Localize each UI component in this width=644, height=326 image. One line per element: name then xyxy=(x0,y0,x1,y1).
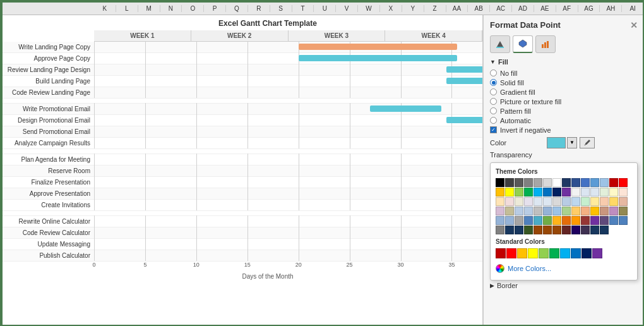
gantt-bar[interactable] xyxy=(299,55,457,61)
color-cell[interactable] xyxy=(552,207,561,215)
tab-shape[interactable] xyxy=(513,35,533,53)
automatic-fill-radio[interactable] xyxy=(490,117,497,124)
color-cell[interactable] xyxy=(543,197,552,206)
color-cell[interactable] xyxy=(534,178,542,187)
color-cell[interactable] xyxy=(581,226,590,234)
color-dropdown-arrow[interactable]: ▼ xyxy=(567,137,577,148)
color-cell[interactable] xyxy=(562,188,571,196)
color-cell[interactable] xyxy=(562,178,571,187)
color-cell[interactable] xyxy=(619,178,628,187)
pattern-fill-radio[interactable] xyxy=(490,107,497,114)
color-cell[interactable] xyxy=(505,197,514,206)
color-cell[interactable] xyxy=(524,188,533,196)
tab-fill[interactable] xyxy=(490,35,510,53)
invert-negative-checkbox[interactable] xyxy=(490,126,497,133)
color-eyedropper-btn[interactable] xyxy=(580,137,595,148)
solid-fill-option[interactable]: Solid fill xyxy=(490,79,638,87)
color-cell[interactable] xyxy=(571,207,580,215)
color-cell[interactable] xyxy=(619,197,628,206)
color-cell[interactable] xyxy=(505,216,514,225)
color-cell[interactable] xyxy=(543,178,552,187)
tab-chart[interactable] xyxy=(535,35,556,53)
color-cell[interactable] xyxy=(609,188,618,196)
color-cell[interactable] xyxy=(571,188,580,196)
color-cell[interactable] xyxy=(515,226,523,234)
color-cell[interactable] xyxy=(496,197,504,206)
color-cell[interactable] xyxy=(496,216,504,225)
color-cell[interactable] xyxy=(609,216,618,225)
gradient-fill-option[interactable]: Gradient fill xyxy=(490,88,638,96)
color-cell[interactable] xyxy=(571,226,580,234)
color-cell[interactable] xyxy=(496,178,504,187)
color-cell[interactable] xyxy=(600,216,609,225)
color-cell[interactable] xyxy=(581,188,590,196)
color-cell[interactable] xyxy=(600,188,609,196)
no-fill-option[interactable]: No fill xyxy=(490,69,638,77)
gantt-bar[interactable] xyxy=(482,218,483,224)
color-cell[interactable] xyxy=(552,178,561,187)
color-picker-button[interactable]: ▼ xyxy=(547,137,577,148)
standard-color-cell[interactable] xyxy=(592,248,602,258)
color-cell[interactable] xyxy=(534,226,542,234)
color-cell[interactable] xyxy=(496,207,504,215)
color-cell[interactable] xyxy=(534,197,542,206)
more-colors-button[interactable]: More Colors... xyxy=(496,262,632,275)
color-cell[interactable] xyxy=(515,178,523,187)
color-cell[interactable] xyxy=(543,226,552,234)
color-cell[interactable] xyxy=(543,188,552,196)
color-cell[interactable] xyxy=(609,197,618,206)
gantt-bar[interactable] xyxy=(446,66,483,73)
color-cell[interactable] xyxy=(600,178,609,187)
standard-color-cell[interactable] xyxy=(528,248,538,258)
color-cell[interactable] xyxy=(619,188,628,196)
color-cell[interactable] xyxy=(581,207,590,215)
color-cell[interactable] xyxy=(543,207,552,215)
gantt-bar[interactable] xyxy=(446,117,483,123)
color-cell[interactable] xyxy=(581,216,590,225)
color-cell[interactable] xyxy=(524,216,533,225)
color-cell[interactable] xyxy=(619,216,628,225)
color-cell[interactable] xyxy=(515,188,523,196)
color-cell[interactable] xyxy=(534,207,542,215)
color-cell[interactable] xyxy=(581,197,590,206)
standard-color-cell[interactable] xyxy=(539,248,549,258)
color-cell[interactable] xyxy=(609,207,618,215)
gantt-bar[interactable] xyxy=(446,78,483,84)
pattern-fill-option[interactable]: Pattern fill xyxy=(490,107,638,115)
standard-color-cell[interactable] xyxy=(581,248,592,258)
color-cell[interactable] xyxy=(524,178,533,187)
standard-color-cell[interactable] xyxy=(560,248,570,258)
color-cell[interactable] xyxy=(515,197,523,206)
color-cell[interactable] xyxy=(571,178,580,187)
color-cell[interactable] xyxy=(552,216,561,225)
color-cell[interactable] xyxy=(524,197,533,206)
gantt-bar[interactable] xyxy=(370,106,441,112)
color-cell[interactable] xyxy=(581,178,590,187)
color-cell[interactable] xyxy=(505,178,514,187)
color-cell[interactable] xyxy=(590,178,599,187)
color-cell[interactable] xyxy=(552,188,561,196)
color-cell[interactable] xyxy=(609,178,618,187)
color-cell[interactable] xyxy=(534,216,542,225)
color-cell[interactable] xyxy=(562,226,571,234)
color-cell[interactable] xyxy=(600,197,609,206)
color-cell[interactable] xyxy=(600,226,609,234)
color-cell[interactable] xyxy=(562,197,571,206)
color-cell[interactable] xyxy=(505,207,514,215)
color-cell[interactable] xyxy=(543,216,552,225)
color-cell[interactable] xyxy=(524,226,533,234)
color-cell[interactable] xyxy=(600,207,609,215)
color-cell[interactable] xyxy=(552,197,561,206)
close-button[interactable]: ✕ xyxy=(630,20,638,30)
color-cell[interactable] xyxy=(534,188,542,196)
color-cell[interactable] xyxy=(619,207,628,215)
color-cell[interactable] xyxy=(590,216,599,225)
color-cell[interactable] xyxy=(571,197,580,206)
standard-color-cell[interactable] xyxy=(517,248,527,258)
color-cell[interactable] xyxy=(505,188,514,196)
color-cell[interactable] xyxy=(496,188,504,196)
color-cell[interactable] xyxy=(515,207,523,215)
gradient-fill-radio[interactable] xyxy=(490,88,497,95)
no-fill-radio[interactable] xyxy=(490,69,497,76)
color-cell[interactable] xyxy=(496,226,504,234)
